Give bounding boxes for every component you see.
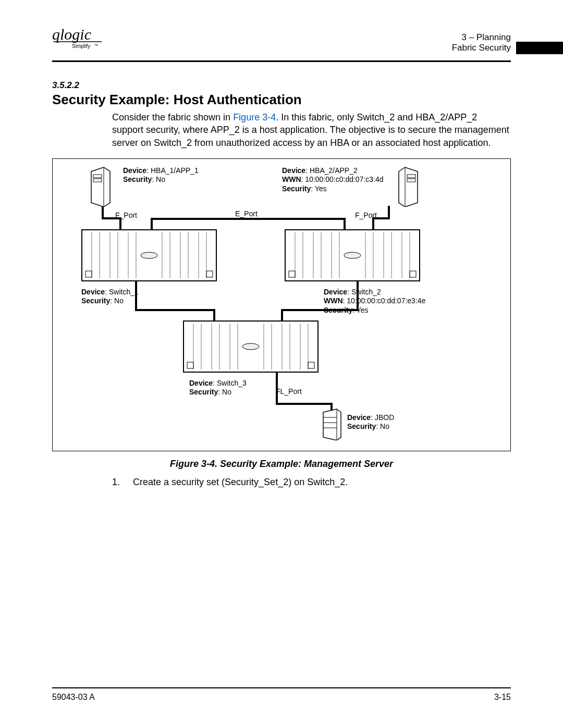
jbod-icon (321, 408, 343, 440)
e-port-label: E_Port (235, 209, 258, 218)
jbod-label: Device: JBOD Security: No (347, 413, 394, 431)
intro-paragraph: Consider the fabric shown in Figure 3-4.… (112, 111, 511, 149)
section-number: 3.5.2.2 (52, 80, 511, 91)
section-title: Security Example: Host Authentication (52, 92, 511, 108)
svg-point-25 (141, 252, 157, 258)
fl-port-label: FL_Port (276, 387, 302, 396)
step-1-text: Create a security set (Security_Set_2) o… (133, 477, 348, 487)
switch-icon-2 (285, 229, 420, 281)
footer-doc-id: 59043-03 A (52, 693, 95, 702)
tower-icon-hba1 (89, 166, 112, 207)
para-pre: Consider the fabric shown in (112, 112, 233, 122)
svg-text:Simplify: Simplify (72, 43, 90, 49)
page-header: qlogic Simplify ™ 3 – Planning Fabric Se… (52, 26, 511, 57)
svg-point-41 (344, 252, 361, 258)
switch-icon-1 (81, 229, 217, 281)
f-port-left-label: F_Port (115, 211, 137, 219)
tower-icon-hba2 (397, 166, 420, 207)
header-tab-icon (516, 42, 563, 54)
header-chapter: 3 – Planning (452, 32, 511, 43)
header-context: 3 – Planning Fabric Security (452, 32, 511, 53)
page-footer: 59043-03 A 3-15 (52, 687, 511, 702)
figure-caption: Figure 3-4. Security Example: Management… (52, 459, 511, 470)
switch1-label: Device: Switch_1 Security: No (81, 288, 139, 306)
header-rule (52, 60, 511, 62)
svg-marker-4 (91, 167, 110, 207)
qlogic-logo-icon: qlogic Simplify ™ (52, 26, 109, 51)
f-port-right-label: F_Port (355, 211, 377, 219)
hba2-label: Device: HBA_2/APP_2 WWN: 10:00:00:c0:dd:… (282, 166, 384, 194)
figure-3-4: Device: HBA_1/APP_1 Security: No Device:… (52, 158, 511, 451)
svg-text:™: ™ (94, 43, 98, 48)
step-1-number: 1. (112, 477, 130, 488)
switch-icon-3 (183, 320, 319, 373)
svg-marker-8 (399, 167, 418, 207)
step-1: 1. Create a security set (Security_Set_2… (112, 477, 511, 488)
svg-marker-60 (323, 409, 341, 440)
svg-text:qlogic: qlogic (52, 26, 91, 43)
page: qlogic Simplify ™ 3 – Planning Fabric Se… (0, 0, 563, 728)
switch3-label: Device: Switch_3 Security: No (189, 379, 247, 397)
switch2-label: Device: Switch_2 WWN: 10:00:00:c0:dd:07:… (324, 288, 425, 315)
logo: qlogic Simplify ™ (52, 26, 109, 53)
header-section: Fabric Security (452, 43, 511, 53)
figure-cross-ref[interactable]: Figure 3-4 (233, 112, 276, 122)
svg-point-57 (242, 343, 259, 350)
footer-page-number: 3-15 (494, 693, 511, 702)
hba1-label: Device: HBA_1/APP_1 Security: No (123, 166, 199, 184)
